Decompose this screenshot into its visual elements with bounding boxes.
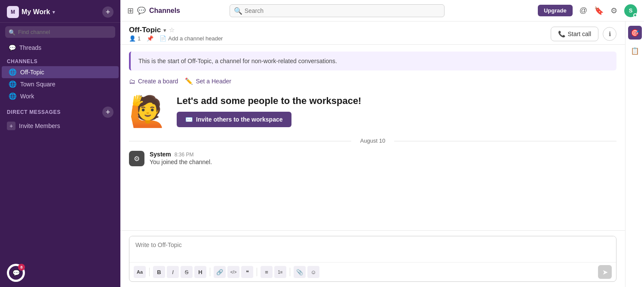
toolbar-divider-3 — [257, 268, 257, 276]
add-button[interactable]: + — [102, 6, 113, 18]
avatar[interactable]: S — [624, 4, 637, 17]
date-divider-text: August 10 — [360, 137, 386, 144]
message-avatar: ⚙ — [129, 151, 144, 166]
workspace-name[interactable]: M My Work ▾ — [7, 6, 55, 18]
toolbar-numbered-btn[interactable]: 1≡ — [274, 266, 286, 278]
mention-icon[interactable]: @ — [580, 6, 587, 15]
person-icon: 👤 — [129, 35, 136, 42]
create-board-btn[interactable]: 🗂 Create a board — [129, 78, 178, 85]
composer-input[interactable] — [129, 236, 616, 260]
toolbar-link-btn[interactable]: 🔗 — [214, 266, 226, 278]
find-channel-input[interactable] — [5, 26, 115, 38]
message-content: System 8:36 PM You joined the channel. — [150, 151, 212, 165]
message-header: System 8:36 PM — [150, 151, 212, 158]
channel-name: Off-Topic — [129, 26, 161, 34]
invite-workspace-button[interactable]: ✉️ Invite others to the workspace — [177, 112, 291, 127]
toolbar-code-btn[interactable]: </> — [227, 266, 239, 278]
search-input[interactable] — [230, 4, 445, 17]
right-panel-list-icon[interactable]: 📋 — [628, 44, 642, 58]
toolbar-italic-btn[interactable]: I — [167, 266, 179, 278]
star-icon[interactable]: ☆ — [169, 26, 175, 34]
chat-icon: 💬 — [137, 6, 146, 15]
wave-emoji: 🙋 — [129, 96, 166, 126]
toolbar-emoji-btn[interactable]: ☺ — [307, 266, 319, 278]
channel-header-right: 📞 Start call ℹ — [551, 27, 616, 41]
sidebar-item-off-topic[interactable]: 🌐 Off-Topic — [2, 66, 119, 78]
add-dm-button[interactable]: + — [102, 107, 113, 118]
file-icon: 📄 — [159, 35, 166, 42]
channel-name-row: Off-Topic ▾ ☆ 👤 1 📌 📄 Add a channel head… — [129, 26, 223, 42]
info-button[interactable]: ℹ — [603, 27, 616, 41]
toolbar-heading-btn[interactable]: H — [194, 266, 206, 278]
notification-count: 8 — [18, 264, 25, 271]
info-icon: ℹ — [609, 31, 611, 37]
start-call-label: Start call — [568, 31, 591, 37]
channel-header: Off-Topic ▾ ☆ 👤 1 📌 📄 Add a channel head… — [120, 21, 625, 45]
pencil-icon: ✏️ — [185, 77, 193, 85]
notification-badge[interactable]: 💬 8 — [7, 264, 25, 282]
sidebar-item-work[interactable]: 🌐 Work — [2, 90, 119, 102]
pin-icon: 📌 — [147, 35, 153, 42]
find-channel-inner: 🔍 — [5, 26, 115, 38]
toolbar-strike-btn[interactable]: S — [181, 266, 193, 278]
invite-members-item[interactable]: + Invite Members — [0, 119, 120, 132]
set-header-btn[interactable]: ✏️ Set a Header — [185, 77, 231, 85]
message-text: You joined the channel. — [150, 159, 212, 165]
sidebar-footer: 💬 8 — [0, 259, 120, 287]
channel-meta-row: 👤 1 📌 📄 Add a channel header — [129, 35, 223, 42]
threads-label: Threads — [19, 44, 41, 51]
channel-start-text: This is the start of Off-Topic, a channe… — [138, 58, 337, 64]
topbar-right: Upgrade @ 🔖 ⚙ S — [538, 4, 637, 17]
toolbar-font-btn[interactable]: Aa — [134, 266, 146, 278]
message-sender: System — [150, 151, 171, 158]
member-count[interactable]: 👤 1 — [129, 35, 141, 42]
toolbar-quote-btn[interactable]: ❝ — [241, 266, 253, 278]
envelope-icon: ✉️ — [185, 116, 193, 123]
toolbar-bullet-btn[interactable]: ≡ — [261, 266, 273, 278]
composer-toolbar: Aa B I S H 🔗 </> ❝ ≡ 1≡ 📎 ☺ ➤ — [129, 262, 616, 281]
phone-icon: 📞 — [558, 31, 565, 37]
sidebar-header: M My Work ▾ + — [0, 0, 120, 23]
board-icon: 🗂 — [129, 78, 135, 85]
workspace-invite-card: 🙋 Let's add some people to the workspace… — [129, 95, 616, 127]
channel-start-message: This is the start of Off-Topic, a channe… — [129, 52, 616, 70]
channel-name-group: Off-Topic ▾ ☆ — [129, 26, 223, 34]
message-time: 8:36 PM — [175, 152, 194, 158]
globe-icon: 🌐 — [9, 80, 17, 88]
invite-workspace-label: Invite others to the workspace — [196, 116, 283, 123]
settings-icon[interactable]: ⚙ — [610, 6, 617, 15]
channel-header-text: Add a channel header — [168, 35, 223, 42]
right-panel-activity-icon[interactable]: 🎯 — [628, 26, 642, 40]
channel-header-btn[interactable]: 📄 Add a channel header — [159, 35, 223, 42]
avatar-initials: S — [629, 7, 633, 14]
avatar-status — [633, 13, 637, 17]
topbar-left: ⊞ 💬 Channels — [127, 6, 180, 15]
toolbar-attach-btn[interactable]: 📎 — [294, 266, 306, 278]
invite-members-label: Invite Members — [19, 122, 60, 129]
workspace-icon: M — [7, 6, 19, 18]
send-button[interactable]: ➤ — [598, 265, 612, 279]
grid-icon[interactable]: ⊞ — [127, 6, 134, 15]
pin-icon-btn[interactable]: 📌 — [147, 35, 153, 42]
messages-area[interactable]: This is the start of Off-Topic, a channe… — [120, 45, 625, 230]
channel-chevron-icon[interactable]: ▾ — [163, 27, 166, 34]
sidebar-item-threads[interactable]: 💬 Threads — [2, 41, 119, 54]
composer: Aa B I S H 🔗 </> ❝ ≡ 1≡ 📎 ☺ ➤ — [120, 230, 625, 287]
globe-icon: 🌐 — [9, 68, 17, 76]
threads-icon: 💬 — [9, 44, 16, 51]
channels-label: CHANNELS — [7, 58, 37, 64]
start-call-button[interactable]: 📞 Start call — [551, 27, 598, 41]
bookmark-icon[interactable]: 🔖 — [594, 6, 604, 15]
toolbar-bold-btn[interactable]: B — [153, 266, 165, 278]
globe-icon: 🌐 — [9, 92, 17, 100]
toolbar-divider-2 — [210, 268, 210, 276]
main-content: Off-Topic ▾ ☆ 👤 1 📌 📄 Add a channel head… — [120, 21, 625, 287]
workspace-chevron: ▾ — [52, 9, 55, 15]
date-divider: August 10 — [129, 137, 616, 144]
member-count-value: 1 — [138, 35, 141, 42]
table-row: ⚙ System 8:36 PM You joined the channel. — [129, 151, 616, 166]
avatar-icon: ⚙ — [134, 155, 140, 163]
search-icon: 🔍 — [234, 6, 242, 15]
upgrade-button[interactable]: Upgrade — [538, 5, 573, 16]
sidebar-item-town-square[interactable]: 🌐 Town Square — [2, 78, 119, 90]
